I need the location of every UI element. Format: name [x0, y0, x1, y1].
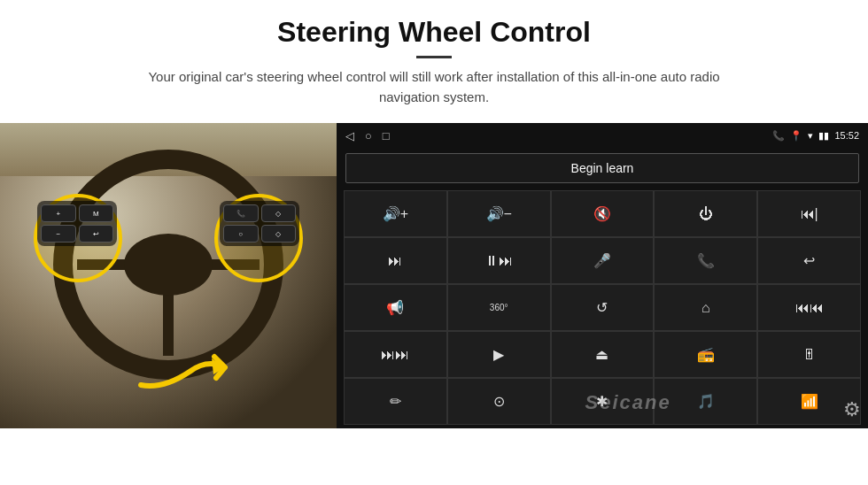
ctrl-360[interactable]: 360°: [447, 284, 551, 331]
bluetooth-icon: ✱: [596, 393, 608, 410]
ctrl-hangup[interactable]: ↩: [757, 237, 861, 284]
sw-center: [124, 234, 213, 296]
pause-icon: ⏸⏭: [484, 253, 513, 269]
eject-icon: ⏏: [595, 346, 608, 363]
home-icon: ⌂: [701, 300, 710, 316]
ctrl-vol-up[interactable]: 🔊+: [344, 190, 447, 237]
status-bar: ◁ ○ □ 📞 📍 ▾ ▮▮ 15:52: [337, 123, 868, 148]
speaker-icon: 📢: [386, 299, 404, 316]
android-panel-wrapper: ◁ ○ □ 📞 📍 ▾ ▮▮ 15:52 Begin learn: [337, 123, 868, 428]
ctrl-vol-down[interactable]: 🔊−: [447, 190, 551, 237]
nav-icon2: ▶: [493, 346, 504, 363]
sw-btn-circle: ○: [223, 225, 259, 242]
spectrum-icon: 📶: [801, 393, 818, 410]
power-icon: ⏻: [699, 206, 713, 222]
ctrl-rewind[interactable]: ⏮⏮: [757, 284, 861, 331]
ctrl-music[interactable]: 🎵: [654, 378, 757, 425]
ctrl-mute[interactable]: 🔇: [551, 190, 655, 237]
eq-icon: 🎚: [802, 347, 817, 363]
car-image-panel: + M − ↩ 📞 ◇ ○ ◇: [0, 123, 337, 428]
ctrl-fast-fwd[interactable]: ⏭⏭: [344, 331, 447, 378]
status-left: ◁ ○ □: [345, 129, 390, 142]
next-icon: ⏭: [388, 253, 402, 269]
status-right: 📞 📍 ▾ ▮▮ 15:52: [772, 130, 859, 142]
360-icon: 360°: [490, 303, 508, 312]
sw-btn-mode: M: [79, 204, 114, 222]
ctrl-circle-settings[interactable]: ⊙: [447, 378, 551, 425]
ctrl-eq[interactable]: 🎚: [757, 331, 861, 378]
sw-btn-vol-up: +: [41, 204, 76, 222]
ctrl-nav[interactable]: ▶: [447, 331, 551, 378]
hangup-icon: ↩: [803, 252, 815, 269]
clock: 15:52: [834, 130, 859, 141]
sw-btn-right-group: 📞 ◇ ○ ◇: [220, 201, 299, 246]
content-section: + M − ↩ 📞 ◇ ○ ◇: [0, 123, 868, 485]
arrow-overlay: [136, 336, 243, 411]
rewind-icon: ⏮⏮: [795, 300, 824, 316]
sw-btn-diamond1: ◇: [261, 204, 297, 222]
subtitle-text: Your original car's steering wheel contr…: [124, 67, 744, 107]
steering-wheel-bg: + M − ↩ 📞 ◇ ○ ◇: [0, 123, 337, 428]
ctrl-call[interactable]: 📞: [654, 237, 757, 284]
back-nav-icon2: ↺: [596, 299, 608, 316]
call-icon: 📞: [697, 252, 715, 269]
ctrl-eject[interactable]: ⏏: [551, 331, 655, 378]
back-nav-icon: ◁: [345, 129, 354, 142]
ctrl-back-nav[interactable]: ↺: [551, 284, 655, 331]
radio-icon: 📻: [697, 346, 715, 363]
ctrl-next[interactable]: ⏭: [344, 237, 447, 284]
fast-fwd-icon: ⏭⏭: [381, 347, 409, 363]
circle-settings-icon: ⊙: [493, 393, 505, 410]
location-icon: 📍: [790, 130, 802, 142]
begin-learn-row: Begin learn: [337, 148, 868, 189]
mic-icon: 🎤: [593, 252, 611, 269]
page-title: Steering Wheel Control: [35, 16, 833, 49]
ctrl-radio[interactable]: 📻: [654, 331, 757, 378]
android-panel: ◁ ○ □ 📞 📍 ▾ ▮▮ 15:52 Begin learn: [337, 123, 868, 428]
sw-btn-left-group: + M − ↩: [37, 201, 117, 246]
ctrl-draw[interactable]: ✏: [344, 378, 447, 425]
ctrl-bluetooth[interactable]: ✱: [551, 378, 655, 425]
battery-icon: ▮▮: [818, 130, 829, 142]
begin-learn-button[interactable]: Begin learn: [345, 153, 859, 183]
header-section: Steering Wheel Control Your original car…: [0, 0, 868, 116]
title-divider: [416, 56, 452, 58]
sw-btn-back: ↩: [79, 225, 114, 242]
vol-down-icon: 🔊−: [486, 205, 512, 222]
ctrl-prev-end[interactable]: ⏮|: [757, 190, 861, 237]
prev-end-icon: ⏮|: [801, 206, 818, 222]
mute-icon: 🔇: [593, 205, 611, 222]
sw-btn-diamond2: ◇: [261, 225, 297, 242]
sw-btn-phone: 📞: [223, 204, 259, 222]
wifi-icon: ▾: [808, 130, 813, 142]
ctrl-home[interactable]: ⌂: [654, 284, 757, 331]
ctrl-pause[interactable]: ⏸⏭: [447, 237, 551, 284]
draw-icon: ✏: [390, 393, 401, 410]
ctrl-speaker[interactable]: 📢: [344, 284, 447, 331]
page-wrapper: Steering Wheel Control Your original car…: [0, 0, 868, 485]
recents-nav-icon: □: [383, 129, 390, 142]
home-nav-icon: ○: [365, 129, 372, 142]
phone-icon: 📞: [772, 130, 785, 142]
music-icon: 🎵: [697, 393, 715, 410]
sw-btn-vol-down: −: [41, 225, 76, 242]
ctrl-mic[interactable]: 🎤: [551, 237, 655, 284]
ctrl-power[interactable]: ⏻: [654, 190, 757, 237]
controls-grid: 🔊+ 🔊− 🔇 ⏻ ⏮| ⏭: [337, 189, 868, 428]
gear-settings-icon[interactable]: ⚙: [843, 398, 861, 421]
vol-up-icon: 🔊+: [383, 205, 408, 222]
